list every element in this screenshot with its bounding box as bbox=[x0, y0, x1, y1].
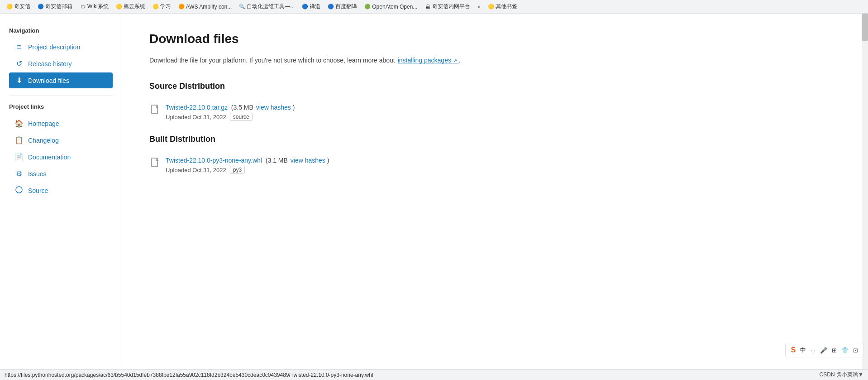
built-file-meta: Uploaded Oct 31, 2022 py3 bbox=[166, 166, 329, 174]
bookmark-other[interactable]: 🟡 其他书签 bbox=[485, 2, 520, 11]
mic-icon[interactable]: 🎤 bbox=[819, 346, 829, 355]
status-url: https://files.pythonhosted.org/packages/… bbox=[5, 372, 373, 378]
bookmark-email[interactable]: 🔵 奇安信邮箱 bbox=[35, 2, 75, 11]
bookmark-chandao-icon: 🔵 bbox=[302, 4, 308, 10]
navigation-title: Navigation bbox=[9, 27, 113, 34]
bookmark-aws[interactable]: 🟠 AWS Amplify con... bbox=[176, 3, 235, 11]
bookmark-more[interactable]: » bbox=[475, 3, 483, 11]
chinese-icon[interactable]: 中 bbox=[799, 345, 807, 355]
bookmark-qianxin-label: 奇安信 bbox=[14, 3, 30, 10]
bookmark-openatom-icon: 🟢 bbox=[364, 4, 371, 10]
file-icon-built bbox=[151, 158, 159, 170]
float-toolbar: S 中 ·,· 🎤 ⊞ 👕 ⊡ bbox=[785, 343, 863, 357]
sidebar: Navigation ≡ Project description ↺ Relea… bbox=[0, 14, 122, 380]
bookmark-openatom[interactable]: 🟢 OpenAtom Open... bbox=[362, 3, 420, 11]
nav-item-source[interactable]: Source bbox=[9, 183, 113, 199]
nav-item-issues-label: Issues bbox=[28, 170, 46, 178]
nav-item-documentation[interactable]: 📄 Documentation bbox=[9, 149, 113, 165]
nav-item-project-description-label: Project description bbox=[28, 43, 80, 51]
nav-item-changelog[interactable]: 📋 Changelog bbox=[9, 132, 113, 148]
source-file-entry: Twisted-22.10.0.tar.gz (3.5 MB view hash… bbox=[149, 104, 502, 121]
built-file-entry: Twisted-22.10.0-py3-none-any.whl (3.1 MB… bbox=[149, 157, 502, 174]
bookmark-email-icon: 🔵 bbox=[38, 4, 44, 10]
main-content: Download files Download the file for you… bbox=[122, 14, 529, 380]
grid-icon[interactable]: ⊞ bbox=[830, 346, 838, 355]
nav-item-project-description[interactable]: ≡ Project description bbox=[9, 39, 113, 55]
source-file-size: (3.5 MB view hashes ) bbox=[231, 104, 295, 111]
scrollbar-track[interactable] bbox=[862, 14, 868, 380]
download-icon: ⬇ bbox=[14, 76, 24, 85]
bookmark-wiki[interactable]: 🛡 Wiki系统 bbox=[77, 2, 111, 11]
description-text: Download the file for your platform. If … bbox=[149, 57, 397, 64]
bookmark-qianxin-icon: 🟡 bbox=[6, 4, 13, 10]
bookmark-intranet-icon: 🏛 bbox=[424, 4, 431, 10]
sogou-icon[interactable]: S bbox=[789, 345, 797, 355]
svg-rect-1 bbox=[152, 105, 157, 114]
built-file-line: Twisted-22.10.0-py3-none-any.whl (3.1 MB… bbox=[166, 157, 329, 164]
bookmark-devops-label: 自动化运维工具—... bbox=[247, 3, 295, 10]
scrollbar-thumb[interactable] bbox=[862, 14, 868, 41]
source-tag: source bbox=[230, 113, 253, 121]
nav-divider bbox=[9, 96, 113, 96]
nav-item-homepage[interactable]: 🏠 Homepage bbox=[9, 115, 113, 131]
source-distribution-section: Source Distribution Twisted-22.10.0.tar.… bbox=[149, 82, 502, 121]
bookmark-baidu[interactable]: 🔵 百度翻译 bbox=[325, 2, 360, 11]
bookmark-baidu-icon: 🔵 bbox=[328, 4, 334, 10]
bookmark-aws-icon: 🟠 bbox=[178, 4, 185, 10]
external-link-icon: ↗ bbox=[453, 58, 457, 63]
bookmark-tengyun[interactable]: 🟡 腾云系统 bbox=[113, 2, 148, 11]
bookmark-tengyun-label: 腾云系统 bbox=[124, 3, 145, 10]
built-file-info: Twisted-22.10.0-py3-none-any.whl (3.1 MB… bbox=[166, 157, 329, 174]
bookmark-aws-label: AWS Amplify con... bbox=[186, 4, 232, 10]
built-distribution-section: Built Distribution Twisted-22.10.0-py3-n… bbox=[149, 135, 502, 174]
source-icon bbox=[14, 186, 24, 195]
file-icon-source bbox=[151, 105, 159, 117]
bookmark-study-icon: 🟡 bbox=[153, 4, 159, 10]
bookmark-wiki-label: Wiki系统 bbox=[87, 3, 109, 10]
source-distribution-title: Source Distribution bbox=[149, 82, 502, 95]
documentation-icon: 📄 bbox=[14, 153, 24, 161]
bookmark-email-label: 奇安信邮箱 bbox=[45, 3, 72, 10]
extra-icon[interactable]: ⊡ bbox=[852, 346, 859, 355]
page-wrapper: Navigation ≡ Project description ↺ Relea… bbox=[0, 14, 868, 380]
home-icon: 🏠 bbox=[14, 119, 24, 128]
nav-item-changelog-label: Changelog bbox=[28, 137, 59, 144]
bookmark-devops[interactable]: 🔍 自动化运维工具—... bbox=[236, 2, 297, 11]
list-icon: ≡ bbox=[14, 43, 24, 51]
built-file-link[interactable]: Twisted-22.10.0-py3-none-any.whl bbox=[166, 157, 262, 164]
bookmark-intranet-label: 奇安信内网平台 bbox=[432, 3, 470, 10]
bookmark-study[interactable]: 🟡 学习 bbox=[150, 2, 174, 11]
installing-packages-link[interactable]: installing packages ↗ bbox=[398, 57, 459, 64]
source-file-link[interactable]: Twisted-22.10.0.tar.gz bbox=[166, 104, 228, 111]
built-file-size: (3.1 MB view hashes ) bbox=[266, 157, 329, 164]
built-tag: py3 bbox=[230, 166, 245, 174]
page-description: Download the file for your platform. If … bbox=[149, 55, 502, 65]
bookmark-wiki-icon: 🛡 bbox=[80, 4, 86, 10]
bookmark-openatom-label: OpenAtom Open... bbox=[372, 4, 417, 10]
issues-icon: ⚙ bbox=[14, 169, 24, 178]
history-icon: ↺ bbox=[14, 59, 24, 68]
shirt-icon[interactable]: 👕 bbox=[840, 346, 850, 355]
bookmark-chandao[interactable]: 🔵 禅道 bbox=[299, 2, 323, 11]
bookmark-devops-icon: 🔍 bbox=[239, 4, 245, 10]
nav-item-download-files[interactable]: ⬇ Download files bbox=[9, 72, 113, 88]
source-view-hashes-link[interactable]: view hashes bbox=[256, 104, 291, 111]
bookmark-other-label: 其他书签 bbox=[496, 3, 517, 10]
built-uploaded-date: Uploaded Oct 31, 2022 bbox=[166, 167, 226, 173]
bookmark-qianxin[interactable]: 🟡 奇安信 bbox=[4, 2, 33, 11]
status-bar: https://files.pythonhosted.org/packages/… bbox=[0, 369, 868, 380]
nav-item-issues[interactable]: ⚙ Issues bbox=[9, 166, 113, 182]
bookmark-study-label: 学习 bbox=[160, 3, 171, 10]
source-file-line: Twisted-22.10.0.tar.gz (3.5 MB view hash… bbox=[166, 104, 295, 111]
changelog-icon: 📋 bbox=[14, 136, 24, 144]
nav-item-source-label: Source bbox=[28, 187, 48, 194]
built-view-hashes-link[interactable]: view hashes bbox=[291, 157, 325, 164]
punctuation-icon[interactable]: ·,· bbox=[809, 346, 817, 355]
svg-rect-2 bbox=[152, 158, 157, 167]
source-file-meta: Uploaded Oct 31, 2022 source bbox=[166, 113, 295, 121]
svg-point-0 bbox=[16, 187, 22, 193]
nav-item-release-history[interactable]: ↺ Release history bbox=[9, 56, 113, 72]
source-uploaded-date: Uploaded Oct 31, 2022 bbox=[166, 114, 226, 120]
bookmark-intranet[interactable]: 🏛 奇安信内网平台 bbox=[422, 2, 473, 11]
nav-item-documentation-label: Documentation bbox=[28, 154, 71, 161]
